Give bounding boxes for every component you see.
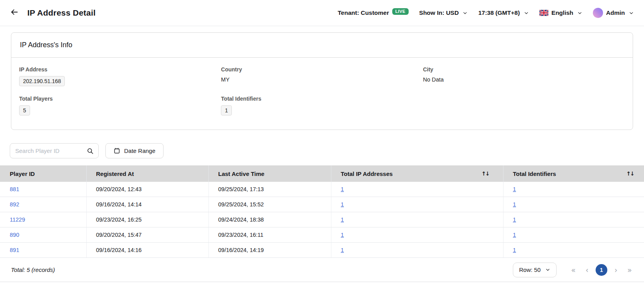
player-id-link[interactable]: 891	[10, 247, 19, 253]
field-label: Total Identifiers	[221, 96, 423, 102]
field-total-identifiers: Total Identifiers 1	[221, 96, 423, 115]
uk-flag-icon	[539, 10, 548, 16]
arrow-left-icon	[10, 8, 19, 18]
cell-total-ip-addresses: 1	[331, 212, 503, 227]
total-ip-addresses-link[interactable]: 1	[341, 247, 344, 253]
table-row: 891 09/16/2024, 14:16 09/16/2024, 14:19 …	[0, 243, 644, 258]
cell-registered-at: 09/16/2024, 14:14	[87, 197, 209, 212]
chevron-down-icon	[524, 11, 529, 16]
cell-last-active-time: 09/25/2024, 17:13	[209, 182, 331, 197]
search-input[interactable]	[15, 147, 87, 154]
table-header-row: Player ID Registered At Last Active Time…	[0, 165, 644, 182]
cell-total-identifiers: 1	[503, 212, 644, 227]
chevron-down-icon	[577, 11, 582, 16]
cell-registered-at: 09/20/2024, 12:43	[87, 182, 209, 197]
sort-icon[interactable]: ↑↓	[626, 170, 634, 177]
players-table: Player ID Registered At Last Active Time…	[0, 165, 644, 258]
cell-registered-at: 09/23/2024, 16:25	[87, 212, 209, 227]
cell-total-ip-addresses: 1	[331, 197, 503, 212]
next-page-button[interactable]: ›	[611, 265, 621, 275]
total-identifiers-link[interactable]: 1	[513, 232, 516, 238]
column-header-last-active-time: Last Active Time	[209, 165, 331, 182]
cell-registered-at: 09/20/2024, 15:47	[87, 227, 209, 242]
field-country: Country MY	[221, 66, 423, 86]
rows-per-page-dropdown[interactable]: Row: 50	[513, 263, 557, 277]
column-header-total-identifiers: Total Identifiers ↑↓	[503, 165, 644, 182]
cell-total-identifiers: 1	[503, 227, 644, 242]
cell-total-ip-addresses: 1	[331, 227, 503, 242]
total-records-text: Total: 5 (records)	[11, 266, 55, 273]
last-page-button[interactable]: »	[624, 265, 635, 275]
currency-dropdown[interactable]: Show In: USD	[419, 9, 468, 16]
total-ip-addresses-link[interactable]: 1	[341, 201, 344, 208]
table-row: 890 09/20/2024, 15:47 09/23/2024, 16:11 …	[0, 227, 644, 243]
cell-last-active-time: 09/24/2024, 18:38	[209, 212, 331, 227]
player-id-link[interactable]: 11229	[10, 217, 25, 223]
language-label: English	[551, 9, 573, 16]
total-ip-addresses-link[interactable]: 1	[341, 217, 344, 223]
avatar	[593, 8, 603, 18]
table-footer: Total: 5 (records) Row: 50 « ‹ 1 › »	[0, 258, 644, 282]
cell-total-ip-addresses: 1	[331, 243, 503, 257]
chevron-down-icon	[463, 11, 468, 16]
cell-total-identifiers: 1	[503, 182, 644, 197]
field-label: Country	[221, 66, 423, 73]
first-page-button[interactable]: «	[568, 265, 578, 275]
live-badge: LIVE	[392, 8, 409, 15]
tenant-label: Tenant: Customer	[338, 9, 389, 16]
player-id-link[interactable]: 881	[10, 186, 19, 192]
cell-player-id: 11229	[0, 212, 87, 227]
current-page-button[interactable]: 1	[596, 264, 607, 276]
previous-page-button[interactable]: ‹	[582, 265, 592, 275]
cell-last-active-time: 09/23/2024, 16:11	[209, 227, 331, 242]
ip-info-card-body: IP Address 202.190.51.168 Country MY Cit…	[11, 58, 633, 115]
cell-player-id: 881	[0, 182, 87, 197]
cell-last-active-time: 09/16/2024, 14:19	[209, 243, 331, 257]
player-id-link[interactable]: 890	[10, 232, 19, 238]
sort-icon[interactable]: ↑↓	[482, 170, 489, 177]
country-value: MY	[221, 76, 229, 83]
table-body: 881 09/20/2024, 12:43 09/25/2024, 17:13 …	[0, 182, 644, 258]
total-ip-addresses-link[interactable]: 1	[341, 186, 344, 192]
total-ip-addresses-link[interactable]: 1	[341, 232, 344, 238]
back-button[interactable]	[10, 8, 19, 18]
column-header-registered-at: Registered At	[87, 165, 209, 182]
field-label: Total Players	[19, 96, 221, 102]
table-toolbar: Date Range	[10, 143, 644, 158]
total-identifiers-link[interactable]: 1	[513, 186, 516, 192]
total-identifiers-link[interactable]: 1	[513, 217, 516, 223]
field-total-players: Total Players 5	[19, 96, 221, 115]
top-bar: IP Address Detail Tenant: Customer LIVE …	[0, 0, 644, 26]
cell-total-identifiers: 1	[503, 197, 644, 212]
table-row: 892 09/16/2024, 14:14 09/25/2024, 15:52 …	[0, 197, 644, 212]
tenant-indicator: Tenant: Customer LIVE	[338, 9, 409, 16]
cell-player-id: 890	[0, 227, 87, 242]
total-players-value: 5	[19, 105, 30, 115]
cell-total-identifiers: 1	[503, 243, 644, 257]
table-row: 881 09/20/2024, 12:43 09/25/2024, 17:13 …	[0, 182, 644, 197]
ip-info-card-title: IP Address's Info	[11, 33, 633, 58]
language-dropdown[interactable]: English	[539, 9, 582, 16]
column-header-total-ip-addresses: Total IP Addresses ↑↓	[331, 165, 503, 182]
user-menu[interactable]: Admin	[593, 8, 634, 18]
cell-last-active-time: 09/25/2024, 15:52	[209, 197, 331, 212]
chevron-down-icon	[545, 267, 550, 272]
field-label: IP Address	[19, 66, 221, 73]
rows-per-page-label: Row: 50	[519, 266, 541, 273]
total-identifiers-link[interactable]: 1	[513, 201, 516, 208]
table-row: 11229 09/23/2024, 16:25 09/24/2024, 18:3…	[0, 212, 644, 227]
search-icon[interactable]	[87, 147, 94, 154]
ip-address-value: 202.190.51.168	[19, 76, 65, 86]
ip-address-detail-page: IP Address Detail Tenant: Customer LIVE …	[0, 0, 644, 284]
field-ip-address: IP Address 202.190.51.168	[19, 66, 221, 86]
date-range-button[interactable]: Date Range	[105, 143, 164, 158]
timezone-dropdown[interactable]: 17:38 (GMT+8)	[478, 9, 528, 16]
search-box[interactable]	[10, 143, 99, 158]
column-label: Total IP Addresses	[341, 170, 393, 177]
date-range-label: Date Range	[124, 147, 155, 154]
chevron-down-icon	[629, 11, 634, 16]
total-identifiers-value: 1	[221, 105, 232, 115]
player-id-link[interactable]: 892	[10, 201, 19, 208]
total-identifiers-link[interactable]: 1	[513, 247, 516, 253]
column-label: Total Identifiers	[513, 170, 556, 177]
